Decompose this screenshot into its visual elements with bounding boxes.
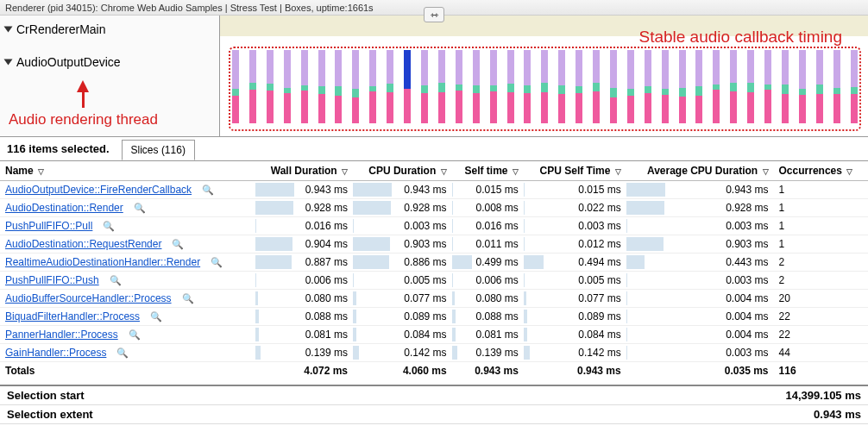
occurrences-value: 1	[774, 217, 868, 235]
timeline-slice[interactable]	[695, 50, 702, 128]
table-row[interactable]: BiquadFilterHandler::Process🔍0.088 ms0.0…	[0, 308, 868, 326]
selection-start-label: Selection start	[7, 389, 85, 402]
timeline-slice[interactable]	[352, 50, 359, 128]
timeline-slice[interactable]	[816, 50, 823, 128]
table-row[interactable]: AudioOutputDevice::FireRenderCallback🔍0.…	[0, 181, 868, 199]
thread-row-audio-output[interactable]: AudioOutputDevice	[0, 43, 219, 121]
col-occurrences[interactable]: Occurrences ▽	[774, 161, 868, 181]
magnify-icon[interactable]: 🔍	[182, 293, 194, 304]
timeline-slice[interactable]	[799, 50, 806, 128]
selection-info: Selection start 14,399.105 ms Selection …	[0, 385, 868, 424]
thread-row-renderer-main[interactable]: CrRendererMain	[0, 16, 219, 43]
timeline-slice[interactable]	[764, 50, 771, 128]
magnify-icon[interactable]: 🔍	[150, 311, 162, 322]
expand-icon: ⇿	[431, 9, 438, 21]
magnify-icon[interactable]: 🔍	[129, 329, 141, 340]
timeline-slice[interactable]	[713, 50, 720, 128]
timeline-slice[interactable]	[301, 50, 308, 128]
slice-name-link[interactable]: AudioBufferSourceHandler::Process	[5, 292, 172, 304]
slice-name-link[interactable]: BiquadFilterHandler::Process	[5, 310, 140, 322]
timeline-slice[interactable]	[747, 50, 754, 128]
table-row[interactable]: PushPullFIFO::Push🔍0.006 ms0.005 ms0.006…	[0, 272, 868, 290]
occurrences-value: 1	[774, 235, 868, 254]
col-cpu-duration[interactable]: CPU Duration ▽	[353, 161, 452, 181]
thread-name: AudioOutputDevice	[16, 55, 121, 69]
timeline-slice[interactable]	[645, 50, 651, 128]
magnify-icon[interactable]: 🔍	[116, 347, 129, 358]
timeline-slice[interactable]	[679, 50, 686, 128]
timeline-slice[interactable]	[404, 50, 411, 128]
timeline-slice[interactable]	[456, 50, 462, 128]
selection-bar: 116 items selected. Slices (116)	[0, 137, 868, 161]
table-row[interactable]: GainHandler::Process🔍0.139 ms0.142 ms0.1…	[0, 344, 868, 362]
timeline-slice[interactable]	[438, 50, 445, 128]
slice-name-link[interactable]: AudioDestination::Render	[5, 202, 123, 214]
magnify-icon[interactable]: 🔍	[211, 257, 223, 267]
slice-name-link[interactable]: PannerHandler::Process	[5, 329, 118, 341]
timeline-slice[interactable]	[421, 50, 428, 128]
disclosure-triangle-icon	[4, 59, 13, 66]
slice-name-link[interactable]: PushPullFIFO::Push	[5, 274, 99, 286]
slice-name-link[interactable]: GainHandler::Process	[5, 347, 106, 359]
timeline-slice[interactable]	[541, 50, 548, 128]
tab-slices[interactable]: Slices (116)	[122, 140, 195, 160]
timeline-panel[interactable]	[220, 16, 868, 136]
timeline-slice[interactable]	[369, 50, 376, 128]
slice-name-link[interactable]: AudioOutputDevice::FireRenderCallback	[5, 184, 192, 196]
timeline-slices[interactable]	[232, 50, 858, 128]
timeline-slice[interactable]	[524, 50, 531, 128]
timeline-slice[interactable]	[335, 50, 342, 128]
col-avg-cpu-duration[interactable]: Average CPU Duration ▽	[626, 161, 774, 181]
occurrences-value: 2	[774, 254, 868, 272]
occurrences-value: 2	[774, 272, 868, 290]
timeline-slice[interactable]	[662, 50, 669, 128]
occurrences-value: 1	[774, 181, 868, 199]
magnify-icon[interactable]: 🔍	[110, 275, 122, 285]
totals-row: Totals4.072 ms4.060 ms0.943 ms0.943 ms0.…	[0, 362, 868, 380]
table-row[interactable]: AudioDestination::Render🔍0.928 ms0.928 m…	[0, 199, 868, 217]
col-self-time[interactable]: Self time ▽	[452, 161, 524, 181]
col-name[interactable]: Name ▽	[0, 161, 255, 181]
disclosure-triangle-icon	[4, 27, 13, 33]
timeline-slice[interactable]	[610, 50, 617, 128]
timeline-slice[interactable]	[851, 50, 858, 128]
table-row[interactable]: PushPullFIFO::Pull🔍0.016 ms0.003 ms0.016…	[0, 217, 868, 235]
table-row[interactable]: RealtimeAudioDestinationHandler::Render🔍…	[0, 254, 868, 272]
magnify-icon[interactable]: 🔍	[103, 221, 115, 231]
timeline-slice[interactable]	[627, 50, 634, 128]
magnify-icon[interactable]: 🔍	[172, 239, 184, 249]
occurrences-value: 1	[774, 199, 868, 217]
timeline-slice[interactable]	[318, 50, 325, 128]
table-row[interactable]: AudioBufferSourceHandler::Process🔍0.080 …	[0, 290, 868, 308]
col-cpu-self-time[interactable]: CPU Self Time ▽	[524, 161, 626, 181]
timeline-slice[interactable]	[232, 50, 239, 128]
col-wall-duration[interactable]: Wall Duration ▽	[255, 161, 353, 181]
table-row[interactable]: PannerHandler::Process🔍0.081 ms0.084 ms0…	[0, 326, 868, 344]
slice-name-link[interactable]: AudioDestination::RequestRender	[5, 238, 161, 250]
timeline-slice[interactable]	[833, 50, 840, 128]
timeline-slice[interactable]	[284, 50, 291, 128]
slice-name-link[interactable]: PushPullFIFO::Pull	[5, 220, 92, 232]
timeline-slice[interactable]	[593, 50, 600, 128]
magnify-icon[interactable]: 🔍	[202, 185, 214, 195]
magnify-icon[interactable]: 🔍	[134, 203, 146, 213]
thread-list: CrRendererMain AudioOutputDevice	[0, 16, 220, 136]
timeline-slice[interactable]	[782, 50, 789, 128]
timeline-slice[interactable]	[473, 50, 480, 128]
timeline-slice[interactable]	[507, 50, 514, 128]
selection-extent-label: Selection extent	[7, 408, 93, 421]
slice-name-link[interactable]: RealtimeAudioDestinationHandler::Render	[5, 256, 200, 268]
timeline-slice[interactable]	[249, 50, 256, 128]
timeline-slice[interactable]	[730, 50, 737, 128]
slices-table: Name ▽ Wall Duration ▽ CPU Duration ▽ Se…	[0, 161, 868, 379]
selection-start-value: 14,399.105 ms	[786, 389, 861, 402]
timeline-slice[interactable]	[558, 50, 565, 128]
sort-icon: ▽	[38, 167, 44, 176]
table-row[interactable]: AudioDestination::RequestRender🔍0.904 ms…	[0, 235, 868, 254]
timeline-slice[interactable]	[576, 50, 582, 128]
timeline-slice[interactable]	[387, 50, 393, 128]
timeline-slice[interactable]	[490, 50, 497, 128]
expand-timeline-button[interactable]: ⇿	[424, 7, 444, 22]
timeline-ruler	[220, 16, 868, 36]
timeline-slice[interactable]	[267, 50, 274, 128]
